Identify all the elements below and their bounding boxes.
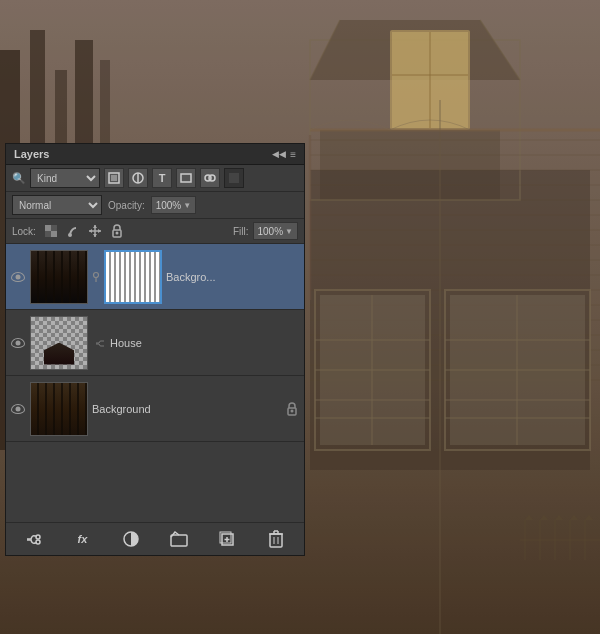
fill-value[interactable]: 100%: [258, 226, 284, 237]
filter-toolbar: 🔍 Kind Name Effect T: [6, 165, 304, 192]
opacity-label: Opacity:: [108, 200, 145, 211]
svg-marker-61: [585, 515, 593, 520]
svg-marker-77: [93, 234, 97, 237]
panel-header: Layers ◀◀ ≡: [6, 144, 304, 165]
svg-point-73: [68, 233, 72, 237]
filter-shape-btn[interactable]: [176, 168, 196, 188]
svg-marker-79: [98, 229, 101, 233]
new-group-btn[interactable]: [168, 528, 190, 550]
layer-thumbnails: [30, 250, 162, 304]
layer-thumbnail: [30, 316, 88, 370]
layers-panel: Layers ◀◀ ≡ 🔍 Kind Name Effect T: [5, 143, 305, 556]
lock-checkerboard-btn[interactable]: [42, 222, 60, 240]
svg-point-81: [115, 232, 118, 235]
svg-rect-94: [270, 534, 282, 547]
bottom-toolbar: fx: [6, 522, 304, 555]
lock-move-btn[interactable]: [86, 222, 104, 240]
svg-rect-72: [45, 231, 51, 237]
blend-opacity-row: Normal Multiply Screen Overlay Opacity: …: [6, 192, 304, 219]
lock-fill-row: Lock:: [6, 219, 304, 244]
layer-name: House: [110, 337, 300, 349]
svg-marker-58: [540, 515, 548, 520]
opacity-value[interactable]: 100%: [156, 200, 182, 211]
lock-all-btn[interactable]: [108, 222, 126, 240]
svg-marker-59: [555, 515, 563, 520]
link-layers-btn[interactable]: [23, 528, 45, 550]
filter-search-icon: 🔍: [12, 172, 26, 185]
svg-point-85: [291, 409, 294, 412]
lock-label: Lock:: [12, 226, 36, 237]
collapse-icon[interactable]: ◀◀: [272, 149, 286, 159]
panel-header-icons: ◀◀ ≡: [272, 149, 296, 160]
svg-point-67: [209, 175, 215, 181]
layer-fx-btn[interactable]: fx: [71, 528, 93, 550]
layer-row[interactable]: Backgro...: [6, 244, 304, 310]
layer-name: Background: [92, 403, 280, 415]
svg-marker-60: [570, 515, 578, 520]
layer-link-icon: [94, 337, 106, 349]
delete-layer-btn[interactable]: [265, 528, 287, 550]
layer-mask-thumbnail: [104, 250, 162, 304]
svg-rect-65: [181, 174, 191, 182]
new-layer-btn[interactable]: [216, 528, 238, 550]
filter-adj-btn[interactable]: [128, 168, 148, 188]
layer-visibility-btn[interactable]: [10, 335, 26, 351]
svg-point-87: [36, 540, 40, 544]
svg-rect-71: [51, 225, 57, 231]
svg-marker-76: [93, 225, 97, 228]
panel-title: Layers: [14, 148, 49, 160]
fill-label: Fill:: [233, 226, 249, 237]
filter-text-btn[interactable]: T: [152, 168, 172, 188]
blend-mode-select[interactable]: Normal Multiply Screen Overlay: [12, 195, 102, 215]
layer-lock-badge: [284, 401, 300, 417]
lock-brush-btn[interactable]: [64, 222, 82, 240]
filter-type-select[interactable]: Kind Name Effect: [30, 168, 100, 188]
layers-empty-area: [6, 442, 304, 522]
svg-point-82: [94, 272, 99, 277]
svg-point-86: [36, 535, 40, 539]
layer-visibility-btn[interactable]: [10, 401, 26, 417]
svg-marker-57: [525, 515, 533, 520]
svg-marker-78: [89, 229, 92, 233]
filter-image-btn[interactable]: [104, 168, 124, 188]
opacity-chevron: ▼: [183, 201, 191, 210]
layer-name: Backgro...: [166, 271, 300, 283]
new-fill-adj-btn[interactable]: [120, 528, 142, 550]
layer-row[interactable]: House: [6, 310, 304, 376]
filter-color-btn[interactable]: [224, 168, 244, 188]
svg-rect-70: [51, 231, 57, 237]
layer-link-icon: [90, 271, 102, 283]
layer-thumbnail: [30, 382, 88, 436]
svg-rect-63: [111, 175, 117, 181]
menu-icon[interactable]: ≡: [290, 149, 296, 160]
svg-rect-69: [45, 225, 51, 231]
svg-rect-68: [229, 173, 239, 183]
filter-smart-btn[interactable]: [200, 168, 220, 188]
layer-visibility-btn[interactable]: [10, 269, 26, 285]
layer-row[interactable]: Background: [6, 376, 304, 442]
svg-rect-89: [171, 535, 187, 546]
fill-chevron: ▼: [285, 227, 293, 236]
layer-thumbnail-main: [30, 250, 88, 304]
